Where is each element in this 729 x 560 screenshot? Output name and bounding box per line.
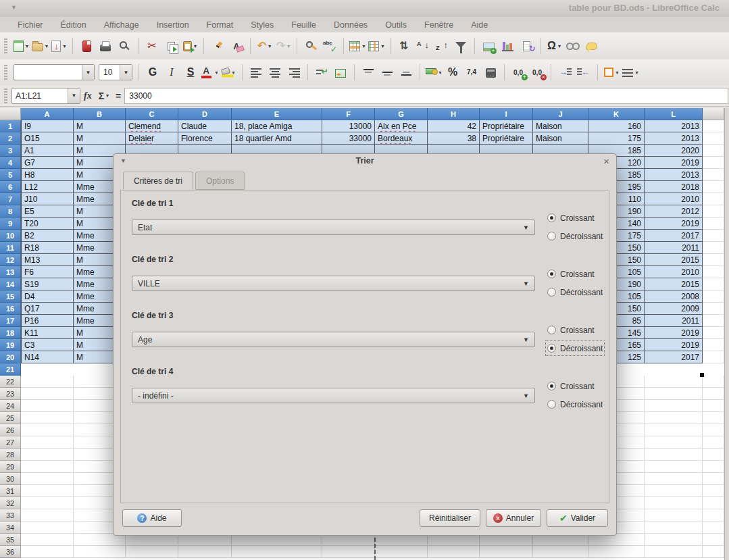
merge-cells-icon[interactable] [332,63,349,82]
row-dropdown-icon[interactable]: ▾ [362,43,365,49]
cell-L9[interactable]: 2012 [645,205,703,218]
italic-icon[interactable]: I [163,63,180,82]
col-header-I[interactable]: I [480,108,533,120]
row-header-30[interactable]: 30 [0,473,21,485]
open-icon[interactable]: ▾ [31,36,49,55]
sort-key-4-select[interactable]: - indéfini -▼ [132,388,535,403]
row-header-2[interactable]: 2 [0,132,21,145]
cell-A22[interactable] [21,376,74,388]
pivot-table-icon[interactable] [518,36,535,55]
underline-icon[interactable]: S [182,63,199,82]
cell-m20[interactable] [703,339,724,351]
col-header-D[interactable]: D [178,108,232,120]
row-header-16[interactable]: 16 [0,303,21,315]
cell-A8[interactable]: J10 [21,193,74,205]
cell-A19[interactable]: K11 [21,327,74,339]
cell-m30[interactable] [703,473,724,485]
cell-L16[interactable]: 2008 [645,290,703,303]
cell-A21[interactable]: N14 [21,351,74,363]
cell-L12[interactable]: 2011 [645,242,703,254]
menu-outils[interactable]: Outils [376,19,416,31]
new-spreadsheet-dropdown-icon[interactable]: ▾ [26,43,28,49]
align-bottom-icon[interactable] [397,63,415,82]
cell-m13[interactable] [703,254,724,266]
cell-m1[interactable] [703,120,724,132]
column-icon[interactable]: ▾ [368,36,385,55]
cell-I3[interactable]: Propriétaire [480,132,533,145]
currency-dropdown-icon[interactable]: ▾ [438,70,441,76]
cell-B36[interactable] [74,546,126,558]
highlighting-color-icon[interactable]: ▾ [220,63,237,82]
cell-m19[interactable] [703,327,724,339]
cell-m22[interactable] [703,376,724,388]
cell-m21[interactable] [703,351,724,363]
row-header-3[interactable]: 3 [0,145,21,157]
row-header-12[interactable]: 12 [0,254,21,266]
cell-m35[interactable] [703,534,724,546]
cell-G36[interactable] [375,546,428,558]
cell-m5[interactable] [703,157,724,169]
row-header-33[interactable]: 33 [0,509,21,521]
column-dropdown-icon[interactable]: ▾ [381,43,384,49]
clone-formatting-icon[interactable] [209,36,226,55]
align-center-icon[interactable] [266,63,284,82]
sort-key-1-ascending-radio[interactable]: Croissant [547,212,603,224]
chevron-down-icon[interactable]: ▼ [523,336,529,343]
center-vertically-icon[interactable] [378,63,396,82]
cell-L19[interactable]: 2019 [645,327,703,339]
row-header-29[interactable]: 29 [0,461,21,473]
cell-A9[interactable]: E5 [21,205,74,218]
cell-L6[interactable]: 2013 [645,169,703,181]
sort-key-4-ascending-radio[interactable]: Croissant [547,380,603,392]
cell-A34[interactable] [21,521,74,534]
row-header-26[interactable]: 26 [0,424,21,436]
menu-fenetre[interactable]: Fenêtre [416,19,462,31]
insert-comment-icon[interactable] [583,36,601,55]
menu-edition[interactable]: Édition [52,19,95,31]
find-replace-icon[interactable] [302,36,320,55]
row-header-7[interactable]: 7 [0,193,21,205]
cell-L25[interactable] [645,412,703,424]
cell-m36[interactable] [703,546,724,558]
cell-I2[interactable]: Propriétaire [480,120,533,132]
open-dropdown-icon[interactable]: ▾ [45,43,48,49]
percent-icon[interactable]: % [444,63,461,82]
cell-D3[interactable]: Florence [178,132,232,145]
cell-L5[interactable]: 2019 [645,157,703,169]
cell-A11[interactable]: B2 [21,230,74,242]
cell-m31[interactable] [703,485,724,497]
cell-G3[interactable]: Bordeaux [375,132,428,145]
cell-L13[interactable]: 2015 [645,254,703,266]
menu-affichage[interactable]: Affichage [95,19,148,31]
cell-A28[interactable] [21,449,74,461]
insert-hyperlink-icon[interactable] [564,36,582,55]
cell-K2[interactable]: 160 [588,120,645,132]
cell-F36[interactable] [322,546,375,558]
col-header-J[interactable]: J [533,108,588,120]
cell-H2[interactable]: 42 [428,120,480,132]
cell-A25[interactable] [21,412,74,424]
cell-A29[interactable] [21,461,74,473]
redo-icon[interactable]: ↷▾ [274,36,292,55]
cell-m23[interactable] [703,388,724,400]
bold-icon[interactable]: G [144,63,161,82]
special-character-icon[interactable]: Ω▾ [545,36,563,55]
tab-sort-criteria[interactable]: Critères de tri [123,172,193,190]
cell-m8[interactable] [703,193,724,205]
row-header-1[interactable]: 1 [0,120,21,132]
cell-H3[interactable]: 38 [428,132,480,145]
row-header-21[interactable]: 21 [0,363,21,376]
row-header-34[interactable]: 34 [0,521,21,534]
cell-J2[interactable]: Maison [533,120,588,132]
row-header-23[interactable]: 23 [0,388,21,400]
row-header-32[interactable]: 32 [0,497,21,509]
cell-m10[interactable] [703,218,724,230]
cell-L35[interactable] [645,534,703,546]
cell-L2[interactable]: 2013 [645,120,703,132]
menu-fichier[interactable]: Fichier [9,19,52,31]
cell-A4[interactable]: A1 [21,145,74,157]
cell-E3[interactable]: 18 quartier Amd [232,132,322,145]
cell-m26[interactable] [703,424,724,436]
cell-L7[interactable]: 2018 [645,181,703,193]
name-box[interactable]: A1:L21 ▼ [11,88,80,104]
